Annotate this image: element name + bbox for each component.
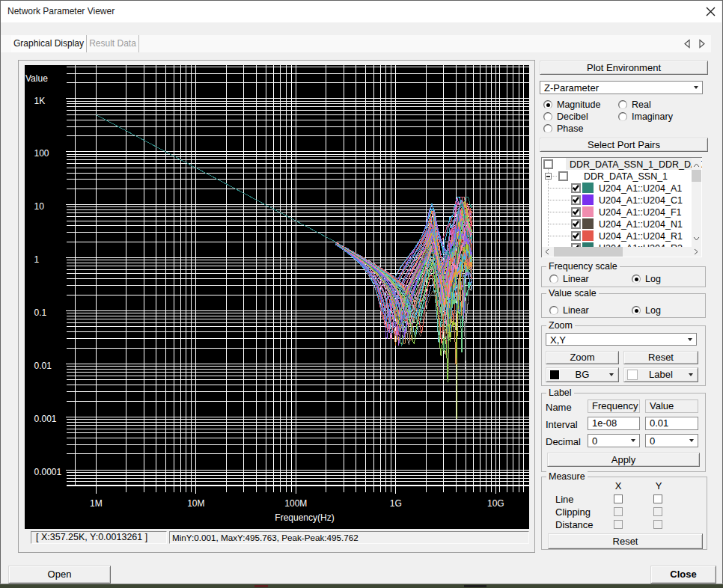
svg-text:10M: 10M [187, 498, 204, 509]
svg-text:0.1: 0.1 [34, 307, 47, 318]
svg-text:Value: Value [25, 73, 48, 84]
svg-text:DDR_DATA_SSN_1_DDR_DATA: DDR_DATA_SSN_1_DDR_DATA [570, 159, 702, 170]
svg-text:Frequency(Hz): Frequency(Hz) [275, 512, 334, 523]
svg-text:1: 1 [34, 254, 40, 265]
svg-text:U204_A1::U204_A1: U204_A1::U204_A1 [599, 183, 682, 194]
svg-text:1M: 1M [90, 498, 103, 509]
svg-text:U204_A1::U204_R1: U204_A1::U204_R1 [599, 231, 683, 242]
svg-text:U204_A1::U204_F1: U204_A1::U204_F1 [599, 207, 682, 218]
svg-text:1K: 1K [34, 96, 46, 106]
svg-text:10G: 10G [487, 498, 504, 509]
svg-text:10: 10 [34, 201, 45, 212]
svg-text:0.001: 0.001 [34, 414, 57, 424]
svg-text:100M: 100M [284, 498, 307, 509]
svg-text:0.0001: 0.0001 [34, 467, 62, 477]
svg-text:U204_A1::U204_C1: U204_A1::U204_C1 [599, 195, 683, 206]
svg-text:U204_A1::U204_N1: U204_A1::U204_N1 [599, 219, 683, 230]
svg-text:1G: 1G [390, 498, 402, 509]
svg-text:DDR_DATA_SSN_1: DDR_DATA_SSN_1 [584, 171, 668, 182]
svg-text:100: 100 [34, 148, 49, 159]
svg-text:0.01: 0.01 [34, 361, 52, 371]
